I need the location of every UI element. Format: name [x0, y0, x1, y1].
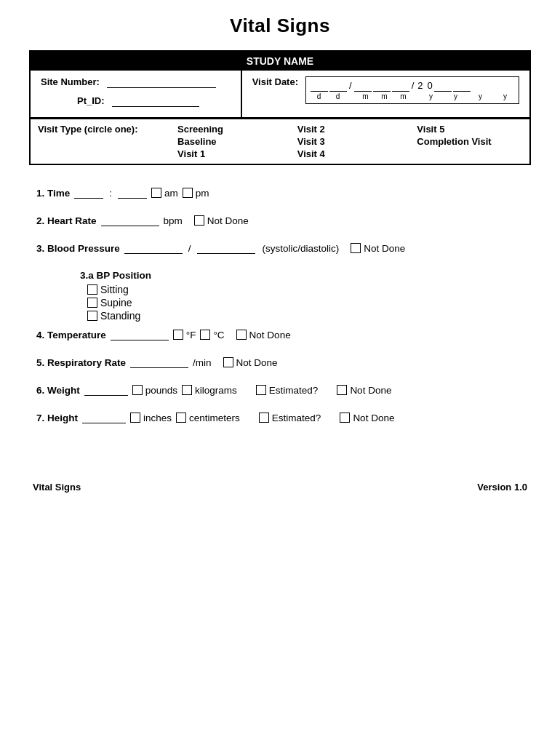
blood-pressure-label: 3. Blood Pressure	[36, 243, 120, 254]
height-not-done-label[interactable]: Not Done	[340, 413, 394, 423]
heart-rate-not-done-checkbox[interactable]	[194, 215, 204, 226]
pm-checkbox[interactable]	[183, 188, 193, 198]
fahrenheit-checkbox[interactable]	[173, 330, 183, 340]
bp-position-options: Sitting Supine Standing	[87, 284, 524, 322]
weight-not-done-text: Not Done	[350, 385, 391, 396]
form-section: 1. Time : am pm 2. Heart Rate bpm Not Do…	[29, 187, 531, 423]
kilograms-checkbox[interactable]	[182, 385, 192, 395]
footer-left: Vital Signs	[33, 482, 81, 493]
min-label: /min	[193, 357, 212, 368]
pt-id-input[interactable]	[112, 95, 199, 107]
visit-date-label: Visit Date:	[252, 76, 298, 87]
pm-label: pm	[196, 188, 209, 199]
visit-option-visit5: Visit 5	[417, 124, 522, 135]
inches-checkbox-label[interactable]: inches	[130, 413, 172, 423]
visit-option-visit1: Visit 1	[177, 148, 283, 159]
time-field: 1. Time : am pm	[36, 187, 524, 199]
heart-rate-field: 2. Heart Rate bpm Not Done	[36, 215, 524, 226]
site-number-input[interactable]	[107, 76, 216, 88]
heart-rate-label: 2. Heart Rate	[36, 215, 97, 226]
bp-diastolic-input[interactable]	[197, 242, 255, 254]
am-label: am	[164, 188, 178, 199]
fahrenheit-label: °F	[186, 330, 196, 340]
temperature-not-done-label[interactable]: Not Done	[236, 330, 291, 340]
standing-checkbox[interactable]	[87, 311, 97, 321]
date-box[interactable]: / / 2 0 d d m	[305, 76, 519, 104]
fahrenheit-checkbox-label[interactable]: °F	[173, 330, 196, 340]
inches-label: inches	[143, 413, 172, 423]
time-minutes-input[interactable]	[118, 187, 147, 199]
bp-systolic-input[interactable]	[124, 242, 183, 254]
pm-checkbox-label[interactable]: pm	[183, 188, 209, 199]
centimeters-checkbox-label[interactable]: centimeters	[176, 413, 240, 423]
height-estimated-checkbox[interactable]	[259, 413, 269, 423]
weight-estimated-text: Estimated?	[269, 385, 319, 396]
temperature-not-done-text: Not Done	[249, 330, 291, 340]
time-colon: :	[109, 188, 112, 199]
respiratory-rate-field: 5. Respiratory Rate /min Not Done	[36, 356, 524, 368]
bp-not-done-checkbox[interactable]	[351, 243, 361, 253]
am-checkbox-label[interactable]: am	[151, 188, 178, 199]
celsius-checkbox-label[interactable]: °C	[200, 330, 224, 340]
kilograms-label: kilograms	[195, 385, 237, 396]
supine-label[interactable]: Supine	[87, 297, 524, 308]
celsius-label: °C	[213, 330, 224, 340]
centimeters-checkbox[interactable]	[176, 413, 186, 423]
visit-option-visit4: Visit 4	[297, 148, 403, 159]
sitting-label[interactable]: Sitting	[87, 284, 524, 295]
kilograms-checkbox-label[interactable]: kilograms	[182, 385, 237, 396]
am-checkbox[interactable]	[151, 188, 161, 198]
pounds-checkbox[interactable]	[132, 385, 143, 395]
temperature-not-done-checkbox[interactable]	[236, 330, 247, 340]
pounds-label: pounds	[145, 385, 177, 396]
weight-not-done-label[interactable]: Not Done	[337, 385, 391, 396]
height-not-done-text: Not Done	[353, 413, 394, 423]
supine-text: Supine	[100, 297, 132, 308]
height-input[interactable]	[82, 412, 126, 423]
height-estimated-label[interactable]: Estimated?	[259, 413, 321, 423]
temperature-input[interactable]	[111, 329, 169, 340]
height-label: 7. Height	[36, 413, 78, 423]
respiratory-rate-input[interactable]	[130, 356, 188, 368]
page-title: Vital Signs	[29, 15, 531, 37]
temperature-field: 4. Temperature °F °C Not Done	[36, 329, 524, 340]
pounds-checkbox-label[interactable]: pounds	[132, 385, 177, 396]
weight-not-done-checkbox[interactable]	[337, 385, 347, 395]
systolic-diastolic-label: (systolic/diastolic)	[263, 243, 340, 254]
sitting-checkbox[interactable]	[87, 284, 97, 295]
bp-position-title: 3.a BP Position	[80, 270, 524, 281]
study-name-cell: STUDY NAME	[30, 51, 530, 71]
standing-text: Standing	[100, 310, 140, 322]
bp-not-done-label[interactable]: Not Done	[351, 243, 405, 254]
weight-estimated-label[interactable]: Estimated?	[256, 385, 319, 396]
site-number-label: Site Number:	[41, 76, 100, 87]
header-table: STUDY NAME Site Number: Pt_ID: Visit Dat…	[29, 50, 531, 165]
celsius-checkbox[interactable]	[200, 330, 210, 340]
inches-checkbox[interactable]	[130, 413, 140, 423]
time-hours-input[interactable]	[74, 187, 103, 199]
heart-rate-not-done-label[interactable]: Not Done	[194, 215, 249, 226]
time-label: 1. Time	[36, 188, 70, 199]
visit-option-completion: Completion Visit	[417, 136, 522, 147]
bp-not-done-text: Not Done	[364, 243, 405, 254]
visit-type-label: Visit Type (circle one):	[31, 119, 170, 164]
height-not-done-checkbox[interactable]	[340, 413, 350, 423]
temperature-label: 4. Temperature	[36, 330, 106, 340]
respiratory-not-done-label[interactable]: Not Done	[223, 357, 278, 368]
respiratory-not-done-checkbox[interactable]	[223, 357, 233, 367]
standing-label[interactable]: Standing	[87, 310, 524, 322]
visit-option-screening: Screening	[177, 124, 283, 135]
footer: Vital Signs Version 1.0	[29, 482, 531, 493]
heart-rate-not-done-text: Not Done	[207, 215, 249, 226]
height-estimated-text: Estimated?	[272, 413, 321, 423]
weight-estimated-checkbox[interactable]	[256, 385, 266, 395]
supine-checkbox[interactable]	[87, 298, 97, 308]
height-field: 7. Height inches centimeters Estimated? …	[36, 412, 524, 423]
weight-input[interactable]	[84, 384, 128, 396]
respiratory-rate-label: 5. Respiratory Rate	[36, 357, 126, 368]
blood-pressure-field: 3. Blood Pressure / (systolic/diastolic)…	[36, 242, 524, 254]
weight-field: 6. Weight pounds kilograms Estimated? No…	[36, 384, 524, 396]
visit-option-visit3: Visit 3	[297, 136, 403, 147]
heart-rate-input[interactable]	[101, 215, 159, 226]
study-name-label: STUDY NAME	[247, 55, 313, 67]
